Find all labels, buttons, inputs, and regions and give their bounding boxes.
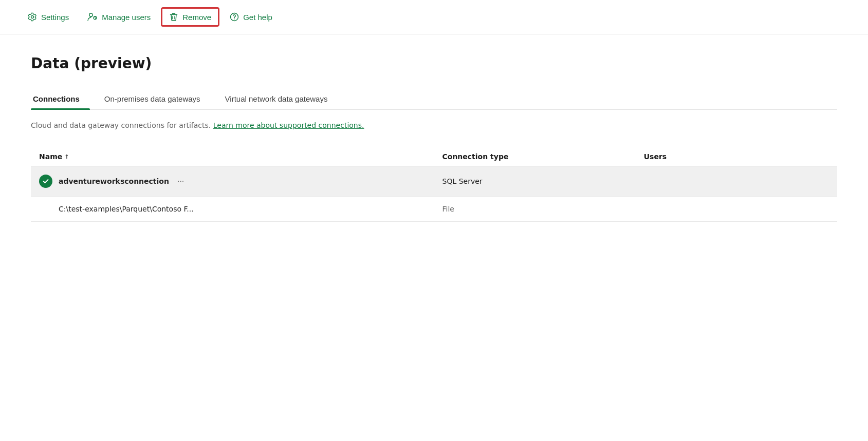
connected-status-icon [39, 175, 52, 188]
row1-name: adventureworksconnection [59, 177, 169, 185]
settings-button[interactable]: Settings [21, 8, 76, 26]
svg-point-0 [89, 13, 93, 16]
manage-users-label: Manage users [102, 13, 151, 22]
row2-users [636, 197, 837, 222]
table-row[interactable]: adventureworksconnection ··· SQL Server [31, 166, 837, 197]
toolbar: Settings Manage users Remove Get help [0, 0, 868, 34]
col-header-users: Users [636, 147, 837, 166]
tab-connections[interactable]: Connections [31, 88, 90, 109]
col-header-connection-type: Connection type [434, 147, 636, 166]
row1-ellipsis: ··· [177, 177, 184, 185]
trash-icon [169, 12, 178, 22]
row1-name-cell: adventureworksconnection ··· [31, 166, 434, 197]
connections-table: Name ↑ Connection type Users [31, 147, 837, 222]
gear-icon [28, 12, 37, 22]
tab-virtual-network[interactable]: Virtual network data gateways [223, 88, 338, 109]
manage-users-button[interactable]: Manage users [80, 8, 158, 26]
page-title: Data (preview) [31, 55, 837, 72]
col-header-name: Name ↑ [31, 147, 434, 166]
table-row[interactable]: C:\test-examples\Parquet\Contoso F... Fi… [31, 197, 837, 222]
row1-connection-type: SQL Server [434, 166, 636, 197]
row2-name-cell: C:\test-examples\Parquet\Contoso F... [31, 197, 434, 222]
description-text: Cloud and data gateway connections for a… [31, 120, 837, 131]
learn-more-link[interactable]: Learn more about supported connections. [213, 121, 364, 129]
row1-users [636, 166, 837, 197]
settings-label: Settings [41, 13, 69, 22]
sort-arrow-icon: ↑ [64, 154, 69, 160]
main-content: Data (preview) Connections On-premises d… [0, 34, 868, 242]
remove-button[interactable]: Remove [162, 8, 218, 26]
tabs-container: Connections On-premises data gateways Vi… [31, 88, 837, 110]
tab-on-premises[interactable]: On-premises data gateways [102, 88, 211, 109]
manage-users-icon [87, 12, 98, 22]
svg-point-3 [234, 18, 234, 19]
get-help-button[interactable]: Get help [223, 8, 280, 26]
help-icon [230, 12, 239, 22]
row2-connection-type: File [434, 197, 636, 222]
row2-name: C:\test-examples\Parquet\Contoso F... [59, 205, 194, 213]
get-help-label: Get help [243, 13, 272, 22]
remove-label: Remove [182, 13, 211, 22]
